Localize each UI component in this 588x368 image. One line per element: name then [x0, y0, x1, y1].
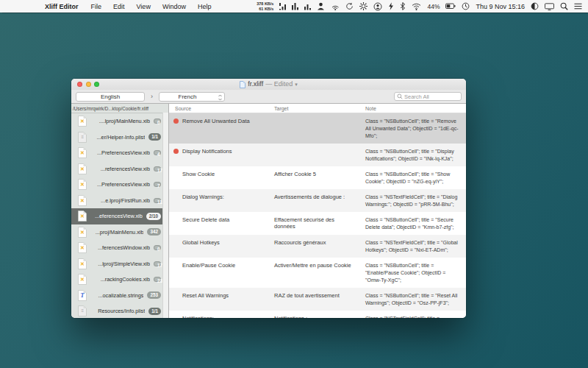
sidebar-scrollbar[interactable] — [162, 113, 168, 318]
sidebar-file-0[interactable]: ✕....lproj/MainMenu.xib0 — [71, 113, 168, 130]
target-cell: Afficher Cookie 5 — [268, 166, 359, 189]
table-row[interactable]: Dialog Warnings:Avertissements de dialog… — [169, 189, 466, 212]
menu-help[interactable]: Help — [192, 3, 218, 10]
menu-window[interactable]: Window — [157, 3, 192, 10]
file-name: ...lproj/SimpleView.xib — [90, 261, 150, 267]
window-content: /Users/mrqwirk/D...ktop/Cookie/fr.xliff … — [71, 104, 466, 318]
disk-graph-icon[interactable] — [304, 2, 311, 10]
target-cell — [268, 144, 359, 166]
target-language-label: French — [179, 93, 197, 100]
translation-count-badge: 253 — [147, 291, 161, 299]
table-row[interactable]: Enable/Pause CookieActiver/Mettre en pau… — [169, 258, 466, 288]
network-speed[interactable]: 378 KB/s61 KB/s — [257, 1, 273, 11]
sidebar-file-6[interactable]: ✕...eferencesView.xib2/10 — [71, 208, 168, 224]
bluetooth-icon[interactable] — [400, 2, 406, 10]
sidebar-file-8[interactable]: ✕...ferencesWindow.xib0 — [71, 240, 168, 256]
sidebar-file-4[interactable]: ✕...PreferencesView.xib7 — [71, 177, 168, 193]
translation-count-badge: 1/1 — [148, 133, 161, 141]
user-icon[interactable] — [317, 2, 325, 10]
sidebar-file-10[interactable]: ✕...rackingCookies.xib23 — [71, 272, 168, 288]
contrast-icon[interactable] — [531, 2, 539, 10]
window-title: fr.xliff — Edited ▾ — [240, 81, 297, 88]
document-proxy-icon[interactable] — [240, 81, 245, 88]
notification-center-icon[interactable] — [574, 3, 582, 10]
sync-icon[interactable] — [345, 2, 354, 10]
toolbar: English › French Search All — [71, 90, 466, 104]
note-cell: Class = "NSButtonCell"; title = "Show Co… — [359, 166, 466, 189]
title-chevron-icon[interactable]: ▾ — [295, 82, 298, 87]
display-icon[interactable] — [545, 3, 554, 10]
zoom-button[interactable] — [94, 82, 99, 87]
menu-file[interactable]: File — [85, 3, 108, 10]
menu-edit[interactable]: Edit — [107, 3, 131, 10]
target-cell: Raccourcis généraux — [268, 235, 359, 258]
column-header-source[interactable]: Source — [169, 106, 268, 111]
battery-percent[interactable]: 44% — [427, 3, 440, 10]
table-row[interactable]: Global HotkeysRaccourcis générauxClass =… — [169, 235, 466, 258]
app-menu-title[interactable]: Xliff Editor — [38, 3, 85, 10]
sidebar-file-2[interactable]: ✕...PreferencesView.xib4 — [71, 145, 168, 161]
file-name: ...rackingCookies.xib — [90, 276, 150, 283]
wifi-icon[interactable] — [412, 3, 421, 10]
language-direction-arrow: › — [151, 93, 153, 100]
note-cell: Class = "NSTextFieldCell"; title = "Noti… — [359, 311, 466, 318]
xib-file-icon: ✕ — [78, 274, 87, 285]
table-row[interactable]: Display NotificationsClass = "NSButtonCe… — [169, 144, 466, 166]
strings-file-icon: T — [78, 290, 87, 301]
battery-icon[interactable] — [445, 3, 456, 10]
translation-table: SourceTargetNote Remove All Unwanted Dat… — [169, 104, 466, 318]
target-cell: Avertissements de dialogue : — [268, 189, 359, 212]
sidebar-file-5[interactable]: ✕...e.lproj/FirstRun.xib118 — [71, 193, 168, 209]
table-row[interactable]: Secure Delete dataEffacement sécurisé de… — [169, 212, 466, 235]
menu-view[interactable]: View — [131, 3, 157, 10]
target-cell: Activer/Mettre en pause Cookie — [268, 258, 359, 288]
target-language-popup[interactable]: French — [159, 92, 225, 102]
sidebar-file-3[interactable]: ✕...referencesView.xib17 — [71, 161, 168, 177]
sidebar-file-7[interactable]: ✕...proj/MainMenu.xib342 — [71, 224, 168, 241]
table-row[interactable]: Reset All WarningsRAZ de tout avertissem… — [169, 288, 466, 311]
source-cell: Enable/Pause Cookie — [169, 258, 268, 288]
source-language-button[interactable]: English — [76, 92, 145, 102]
gear-icon[interactable] — [359, 2, 368, 10]
table-row[interactable]: Show CookieAfficher Cookie 5Class = "NSB… — [169, 166, 466, 189]
spotlight-icon[interactable] — [560, 2, 568, 10]
net-up-speed: 378 KB/s — [257, 1, 273, 7]
search-placeholder: Search All — [404, 93, 429, 100]
memory-graph-icon[interactable] — [292, 2, 298, 10]
file-name: ...ferencesWindow.xib — [90, 244, 150, 251]
file-name: ...er/Helper-Info.plist — [90, 134, 145, 141]
time-machine-icon[interactable] — [462, 2, 470, 10]
plist-file-icon: ≡ — [78, 305, 87, 316]
source-cell: Show Cookie — [169, 166, 268, 189]
source-cell: Secure Delete data — [169, 212, 268, 235]
close-button[interactable] — [77, 82, 82, 87]
file-name: ...referencesView.xib — [90, 166, 150, 172]
table-row[interactable]: Notifications:Notifications :Class = "NS… — [169, 311, 466, 318]
net-down-speed: 61 KB/s — [257, 7, 273, 12]
sidebar-file-11[interactable]: T...ocalizable.strings253 — [71, 288, 168, 304]
sidebar-file-1[interactable]: ≡...er/Helper-Info.plist1/1 — [71, 130, 168, 146]
file-list: ✕....lproj/MainMenu.xib0≡...er/Helper-In… — [71, 113, 168, 318]
broadcast-user-icon[interactable] — [373, 2, 382, 11]
sidebar-file-9[interactable]: ✕...lproj/SimpleView.xib17 — [71, 256, 168, 272]
note-cell: Class = "NSTextFieldCell"; title = "Glob… — [359, 235, 466, 258]
sidebar-file-12[interactable]: ≡Resources/Info.plist1/1 — [71, 303, 168, 318]
file-name: ...ocalizable.strings — [90, 292, 143, 299]
untranslated-dot-icon — [173, 118, 179, 124]
note-cell: Class = "NSButtonCell"; title = "Reset A… — [359, 288, 466, 311]
column-header-note[interactable]: Note — [359, 106, 466, 111]
search-field[interactable]: Search All — [394, 92, 462, 101]
xib-file-icon: ✕ — [78, 258, 87, 269]
column-header-target[interactable]: Target — [268, 106, 359, 111]
title-bar[interactable]: fr.xliff — Edited ▾ — [71, 79, 466, 90]
table-row[interactable]: Remove All Unwanted DataClass = "NSButto… — [169, 113, 466, 144]
cpu-graph-icon[interactable] — [279, 2, 286, 10]
menu-items: FileEditViewWindowHelp — [85, 3, 218, 10]
power-bolt-icon[interactable] — [388, 2, 394, 10]
source-cell: Global Hotkeys — [169, 235, 268, 258]
source-cell: Display Notifications — [169, 144, 268, 166]
table-header-row: SourceTargetNote — [169, 104, 466, 113]
minimize-button[interactable] — [86, 82, 91, 87]
menubar-clock[interactable]: Thu 9 Nov 15:16 — [476, 3, 525, 10]
signal-waves-icon[interactable] — [331, 2, 340, 10]
